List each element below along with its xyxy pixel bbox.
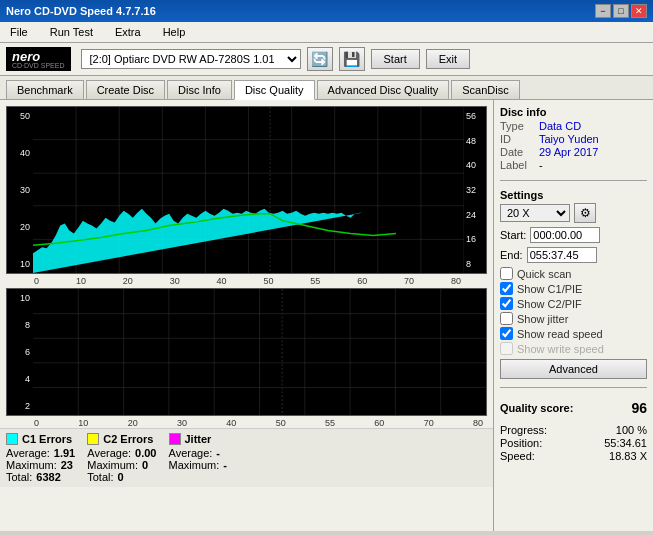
yb-6: 6 — [7, 347, 33, 357]
xl-60: 60 — [357, 276, 367, 286]
chart-bottom-svg — [33, 289, 486, 415]
yb-8: 8 — [7, 320, 33, 330]
legend-c2-max-value: 0 — [142, 459, 148, 471]
xl-20: 20 — [123, 276, 133, 286]
save-button[interactable]: 💾 — [339, 47, 365, 71]
speed-select[interactable]: 20 X 4 X 8 X 16 X Max — [500, 204, 570, 222]
progress-label: Progress: — [500, 424, 547, 436]
separator-2 — [500, 387, 647, 388]
show-read-speed-checkbox[interactable] — [500, 327, 513, 340]
disc-date-row: Date 29 Apr 2017 — [500, 146, 647, 158]
xl-50: 50 — [263, 276, 273, 286]
show-jitter-label[interactable]: Show jitter — [517, 313, 568, 325]
yr-48: 48 — [464, 136, 486, 146]
show-read-speed-row: Show read speed — [500, 327, 647, 340]
show-read-speed-label[interactable]: Show read speed — [517, 328, 603, 340]
quick-scan-checkbox[interactable] — [500, 267, 513, 280]
show-c1-label[interactable]: Show C1/PIE — [517, 283, 582, 295]
minimize-button[interactable]: − — [595, 4, 611, 18]
chart-top-svg — [33, 107, 464, 273]
legend-c1: C1 Errors Average: 1.91 Maximum: 23 Tota… — [6, 433, 75, 483]
chart-panel: 50 40 30 20 10 56 48 40 32 24 16 8 — [0, 100, 493, 531]
disc-label-value: - — [539, 159, 543, 171]
close-button[interactable]: ✕ — [631, 4, 647, 18]
tab-disc-info[interactable]: Disc Info — [167, 80, 232, 99]
start-time-input[interactable] — [530, 227, 600, 243]
disc-type-row: Type Data CD — [500, 120, 647, 132]
yb-10: 10 — [7, 293, 33, 303]
tab-benchmark[interactable]: Benchmark — [6, 80, 84, 99]
legend-c1-total-value: 6382 — [36, 471, 60, 483]
legend-c2-avg-value: 0.00 — [135, 447, 156, 459]
nero-sub-logo: CD·DVD SPEED — [12, 62, 65, 69]
yr-16: 16 — [464, 234, 486, 244]
disc-id-label: ID — [500, 133, 535, 145]
legend-c2-title: C2 Errors — [103, 433, 153, 445]
speed-options-button[interactable]: ⚙ — [574, 203, 596, 223]
refresh-button[interactable]: 🔄 — [307, 47, 333, 71]
tab-create-disc[interactable]: Create Disc — [86, 80, 165, 99]
show-write-speed-row: Show write speed — [500, 342, 647, 355]
start-time-label: Start: — [500, 229, 526, 241]
disc-label-label: Label — [500, 159, 535, 171]
yr-24: 24 — [464, 210, 486, 220]
chart-bottom-x-labels: 0 10 20 30 40 50 55 60 70 80 — [6, 418, 487, 428]
show-jitter-checkbox[interactable] — [500, 312, 513, 325]
end-time-label: End: — [500, 249, 523, 261]
menu-file[interactable]: File — [4, 24, 34, 40]
speed-row-2: Speed: 18.83 X — [500, 450, 647, 462]
yr-8: 8 — [464, 259, 486, 269]
xb-10: 10 — [78, 418, 88, 428]
legend-jitter-header: Jitter — [169, 433, 227, 445]
tab-advanced-disc-quality[interactable]: Advanced Disc Quality — [317, 80, 450, 99]
show-c1-checkbox[interactable] — [500, 282, 513, 295]
legend-c2-total-label: Total: — [87, 471, 113, 483]
quick-scan-label[interactable]: Quick scan — [517, 268, 571, 280]
start-button[interactable]: Start — [371, 49, 420, 69]
legend-jitter-color — [169, 433, 181, 445]
progress-row: Progress: 100 % — [500, 424, 647, 436]
chart-bottom: 10 8 6 4 2 — [6, 288, 487, 416]
maximize-button[interactable]: □ — [613, 4, 629, 18]
legend-jitter-avg-label: Average: — [169, 447, 213, 459]
menu-run-test[interactable]: Run Test — [44, 24, 99, 40]
quality-score-value: 96 — [631, 400, 647, 416]
legend-c1-max-label: Maximum: — [6, 459, 57, 471]
position-value: 55:34.61 — [604, 437, 647, 449]
menu-extra[interactable]: Extra — [109, 24, 147, 40]
legend-c2-max-label: Maximum: — [87, 459, 138, 471]
window-controls: − □ ✕ — [595, 4, 647, 18]
legend-c1-max-row: Maximum: 23 — [6, 459, 75, 471]
legend-jitter-max-value: - — [223, 459, 227, 471]
disc-type-label: Type — [500, 120, 535, 132]
speed-label: Speed: — [500, 450, 535, 462]
drive-select[interactable]: [2:0] Optiarc DVD RW AD-7280S 1.01 — [81, 49, 301, 69]
legend-c2-avg-label: Average: — [87, 447, 131, 459]
toolbar: nero CD·DVD SPEED [2:0] Optiarc DVD RW A… — [0, 43, 653, 76]
separator-1 — [500, 180, 647, 181]
show-c2-label[interactable]: Show C2/PIF — [517, 298, 582, 310]
show-c2-checkbox[interactable] — [500, 297, 513, 310]
settings-section: Settings 20 X 4 X 8 X 16 X Max ⚙ Start: … — [500, 189, 647, 379]
legend-c2: C2 Errors Average: 0.00 Maximum: 0 Total… — [87, 433, 156, 483]
xb-50: 50 — [276, 418, 286, 428]
position-row: Position: 55:34.61 — [500, 437, 647, 449]
exit-button[interactable]: Exit — [426, 49, 470, 69]
tab-disc-quality[interactable]: Disc Quality — [234, 80, 315, 100]
speed-row: 20 X 4 X 8 X 16 X Max ⚙ — [500, 203, 647, 223]
title-bar: Nero CD-DVD Speed 4.7.7.16 − □ ✕ — [0, 0, 653, 22]
legend-c1-header: C1 Errors — [6, 433, 75, 445]
y-label-10: 10 — [7, 259, 33, 269]
position-label: Position: — [500, 437, 542, 449]
menu-help[interactable]: Help — [157, 24, 192, 40]
xb-20: 20 — [128, 418, 138, 428]
legend-c2-total-row: Total: 0 — [87, 471, 156, 483]
legend-jitter-max-label: Maximum: — [169, 459, 220, 471]
speed-value: 18.83 X — [609, 450, 647, 462]
xl-10: 10 — [76, 276, 86, 286]
legend-jitter-avg-value: - — [216, 447, 220, 459]
tab-scan-disc[interactable]: ScanDisc — [451, 80, 519, 99]
xl-40: 40 — [217, 276, 227, 286]
end-time-input[interactable] — [527, 247, 597, 263]
advanced-button[interactable]: Advanced — [500, 359, 647, 379]
